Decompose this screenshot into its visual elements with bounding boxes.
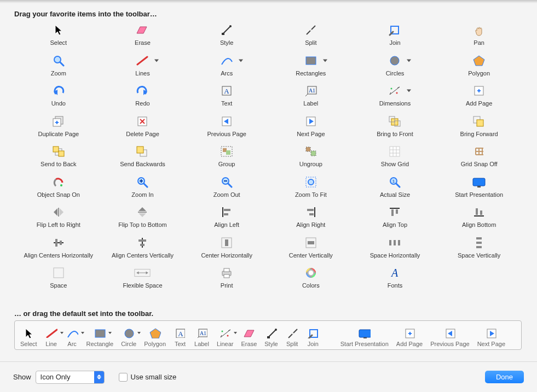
show-mode-select[interactable]: Icon Only	[36, 371, 105, 384]
toolbar-item-arc[interactable]: Arc	[66, 327, 79, 347]
palette-item-align-left[interactable]: Align Left	[186, 205, 268, 235]
palette-item-zoom-in[interactable]: Zoom In	[101, 175, 183, 204]
dropdown-chevron-icon	[81, 332, 84, 334]
palette-item-previous-page[interactable]: Previous Page	[186, 114, 268, 144]
palette-item-flip-top-to-bottom[interactable]: Flip Top to Bottom	[101, 205, 183, 235]
palette-item-undo[interactable]: Undo	[18, 84, 100, 113]
toolbar-item-next-page[interactable]: Next Page	[477, 327, 505, 347]
toolbar-item-style[interactable]: Style	[264, 327, 278, 347]
palette-item-rectangles[interactable]: Rectangles	[270, 54, 352, 83]
toolbar-item-add-page[interactable]: Add Page	[396, 327, 423, 347]
palette-item-label: Flexible Space	[123, 282, 162, 289]
palette-item-bring-forward[interactable]: Bring Forward	[438, 114, 520, 144]
palette-item-erase[interactable]: Erase	[101, 23, 183, 52]
toolbar-item-linear[interactable]: Linear	[217, 327, 234, 347]
toolbar-item-label[interactable]: A1Label	[194, 327, 209, 347]
svg-rect-52	[224, 209, 230, 211]
svg-point-82	[309, 271, 313, 275]
toolbar-item-polygon[interactable]: Polygon	[144, 327, 166, 347]
palette-item-lines[interactable]: Lines	[101, 54, 183, 83]
svg-rect-74	[54, 268, 63, 278]
toolbar-item-rectangle[interactable]: Rectangle	[86, 327, 114, 347]
palette-item-center-v[interactable]: Center Vertically	[270, 236, 352, 265]
palette-item-space-v[interactable]: Space Vertically	[438, 236, 520, 265]
toolbar-item-select[interactable]: Select	[20, 327, 37, 347]
toolbar-item-text[interactable]: AText	[174, 327, 187, 347]
palette-item-grid-snap-off[interactable]: Grid Snap Off	[438, 144, 520, 174]
polygon-icon	[470, 54, 488, 68]
palette-item-zoom-to-fit[interactable]: Zoom To Fit	[270, 175, 352, 204]
palette-item-label: Center Vertically	[289, 252, 333, 259]
palette-item-style[interactable]: Style	[186, 23, 268, 52]
palette-item-colors[interactable]: Colors	[270, 266, 352, 295]
palette-item-send-to-back[interactable]: Send to Back	[18, 144, 100, 174]
toolbar-item-erase[interactable]: Erase	[241, 327, 257, 347]
toolbar-item-label: Rectangle	[86, 341, 114, 347]
palette-item-group[interactable]: Group	[186, 144, 268, 174]
palette-item-align-bottom[interactable]: Align Bottom	[438, 205, 520, 235]
palette-item-object-snap-on[interactable]: Object Snap On	[18, 175, 100, 204]
toolbar-item-split[interactable]: Split	[286, 327, 299, 347]
palette-item-align-right[interactable]: Align Right	[270, 205, 352, 235]
palette-item-center-h[interactable]: Center Horizontally	[186, 236, 268, 265]
toolbar-item-join[interactable]: Join	[307, 327, 320, 347]
palette-item-align-top[interactable]: Align Top	[354, 205, 436, 235]
toolbar-item-previous-page[interactable]: Previous Page	[430, 327, 470, 347]
palette-item-label: Show Grid	[381, 161, 409, 167]
palette-item-redo[interactable]: Redo	[101, 84, 183, 113]
palette-item-polygon[interactable]: Polygon	[438, 54, 520, 83]
palette-item-align-centers-v[interactable]: Align Centers Vertically	[101, 236, 183, 265]
palette-item-label[interactable]: A1Label	[270, 84, 352, 113]
subheader-text: … or drag the default set into the toolb…	[14, 309, 153, 318]
use-small-size-checkbox[interactable]: Use small size	[119, 373, 177, 382]
palette-item-duplicate-page[interactable]: Duplicate Page	[18, 114, 100, 144]
palette-item-add-page[interactable]: Add Page	[438, 84, 520, 113]
palette-item-align-centers-h[interactable]: Align Centers Horizontally	[18, 236, 100, 265]
palette-item-space[interactable]: Space	[18, 266, 100, 295]
palette-item-zoom-out[interactable]: Zoom Out	[186, 175, 268, 204]
grid-snap-off-icon	[470, 144, 488, 159]
palette-item-label: Rectangles	[296, 70, 326, 77]
palette-item-send-backwards[interactable]: Send Backwards	[101, 144, 183, 174]
palette-item-split[interactable]: Split	[270, 23, 352, 52]
svg-rect-55	[309, 213, 314, 215]
toolbar-item-start-presentation[interactable]: Start Presentation	[340, 327, 389, 347]
show-mode-value: Icon Only	[36, 373, 94, 381]
palette-item-join[interactable]: Join	[354, 23, 436, 52]
palette-item-next-page[interactable]: Next Page	[270, 114, 352, 144]
palette-item-actual-size[interactable]: 1Actual Size	[354, 175, 436, 204]
palette-item-show-grid[interactable]: Show Grid	[354, 144, 436, 174]
palette-item-flip-left-to-right[interactable]: Flip Left to Right	[18, 205, 100, 235]
palette-item-bring-to-front[interactable]: Bring to Front	[354, 114, 436, 144]
default-toolbar-preview[interactable]: SelectLineArcRectangleCirclePolygonAText…	[14, 320, 522, 350]
palette-item-label: Circles	[386, 70, 405, 77]
palette-item-select[interactable]: Select	[18, 23, 100, 52]
done-button[interactable]: Done	[485, 371, 524, 383]
svg-text:A: A	[178, 330, 183, 338]
select-icon	[22, 327, 35, 339]
palette-item-label: Align Left	[214, 221, 239, 228]
circle-icon	[122, 327, 135, 339]
palette-item-print[interactable]: Print	[186, 266, 268, 295]
palette-item-dimensions[interactable]: Dimensions	[354, 84, 436, 113]
palette-item-flexible-space[interactable]: Flexible Space	[101, 266, 183, 295]
palette-item-arcs[interactable]: Arcs	[186, 54, 268, 83]
svg-marker-77	[146, 272, 148, 275]
palette-item-fonts[interactable]: AFonts	[354, 266, 436, 295]
palette-item-pan[interactable]: Pan	[438, 23, 520, 52]
palette-item-circles[interactable]: Circles	[354, 54, 436, 83]
palette-item-text[interactable]: AText	[186, 84, 268, 113]
palette-item-start-presentation[interactable]: Start Presentation	[438, 175, 520, 204]
palette-item-space-h[interactable]: Space Horizontally	[354, 236, 436, 265]
palette-item-zoom[interactable]: Zoom	[18, 54, 100, 83]
palette-item-delete-page[interactable]: Delete Page	[101, 114, 183, 144]
toolbar-item-circle[interactable]: Circle	[121, 327, 136, 347]
palette-item-ungroup[interactable]: Ungroup	[270, 144, 352, 174]
pan-icon	[470, 23, 488, 37]
palette-item-label: Grid Snap Off	[461, 161, 498, 167]
palette-item-label: Text	[221, 100, 232, 107]
svg-rect-96	[359, 330, 371, 337]
text-icon: A	[218, 84, 235, 98]
toolbar-item-label: Text	[175, 341, 186, 347]
toolbar-item-line[interactable]: Line	[45, 327, 58, 347]
